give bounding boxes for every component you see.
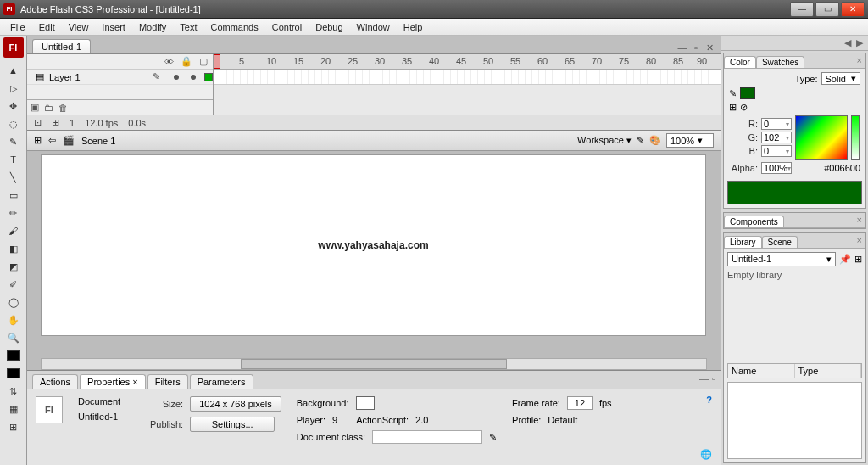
- eyedropper-tool[interactable]: ✐: [4, 276, 23, 293]
- layer-outline-swatch[interactable]: [204, 73, 213, 81]
- scene-label[interactable]: Scene 1: [81, 136, 115, 146]
- zoom-select[interactable]: 100%▾: [666, 133, 714, 148]
- pen-tool[interactable]: ✎: [4, 133, 23, 150]
- tab-scene[interactable]: Scene: [762, 236, 798, 248]
- background-swatch[interactable]: [356, 396, 375, 410]
- maximize-button[interactable]: ▭: [815, 2, 839, 17]
- help-icon[interactable]: ?: [706, 395, 712, 405]
- fill-swatch[interactable]: [740, 87, 755, 99]
- stage-area[interactable]: www.yahyasahaja.com: [27, 151, 721, 370]
- g-input[interactable]: 102▾: [761, 132, 792, 143]
- zoom-tool[interactable]: 🔍: [4, 329, 23, 346]
- panel-close-icon[interactable]: ▫: [712, 373, 715, 384]
- new-library-icon[interactable]: ⊞: [854, 254, 862, 265]
- settings-button[interactable]: Settings...: [190, 417, 275, 432]
- ink-bottle-tool[interactable]: ◧: [4, 240, 23, 257]
- menu-control[interactable]: Control: [265, 20, 309, 34]
- onion-skin-icon[interactable]: ⊡: [34, 117, 42, 128]
- menu-edit[interactable]: Edit: [32, 20, 62, 34]
- eraser-tool[interactable]: ◯: [4, 294, 23, 311]
- tool-options[interactable]: ▦: [4, 401, 23, 417]
- tab-library[interactable]: Library: [724, 236, 762, 248]
- alpha-input[interactable]: 100%▾: [761, 162, 792, 174]
- r-input[interactable]: 0▾: [761, 118, 792, 130]
- size-button[interactable]: 1024 x 768 pixels: [190, 396, 281, 412]
- menu-text[interactable]: Text: [173, 20, 203, 34]
- docclass-input[interactable]: [372, 430, 482, 444]
- text-tool[interactable]: T: [4, 151, 23, 168]
- timeline-ruler[interactable]: 5 10 15 20 25 30 35 40 45 50 55 60 65 70: [214, 54, 721, 70]
- menu-commands[interactable]: Commands: [203, 20, 264, 34]
- layer-visible-dot[interactable]: [174, 75, 179, 80]
- edit-scene-dropdown-icon[interactable]: 🎨: [649, 135, 661, 146]
- delete-layer-icon[interactable]: 🗑: [58, 103, 68, 113]
- panel-menu-icon[interactable]: ×: [857, 55, 862, 65]
- close-button[interactable]: ✕: [841, 2, 865, 17]
- swap-colors-icon[interactable]: ⇅: [4, 383, 23, 400]
- hue-slider[interactable]: [851, 115, 860, 160]
- doc-close-icon[interactable]: ✕: [704, 42, 715, 53]
- frames-row[interactable]: [214, 70, 721, 85]
- edit-symbol-icon[interactable]: ✎: [637, 135, 644, 146]
- menu-modify[interactable]: Modify: [132, 20, 173, 34]
- new-layer-icon[interactable]: ▣: [31, 102, 39, 113]
- menu-view[interactable]: View: [62, 20, 96, 34]
- menu-insert[interactable]: Insert: [95, 20, 132, 34]
- doc-restore-icon[interactable]: ▫: [690, 42, 702, 53]
- edit-frames-icon[interactable]: ⊞: [52, 117, 59, 128]
- minimize-button[interactable]: —: [790, 2, 814, 17]
- brush-tool[interactable]: 🖌: [4, 222, 23, 239]
- edit-class-icon[interactable]: ✎: [489, 432, 497, 443]
- document-tab[interactable]: Untitled-1: [32, 39, 91, 53]
- components-close-icon[interactable]: ×: [857, 215, 862, 225]
- fill-color[interactable]: [4, 365, 23, 382]
- selection-tool[interactable]: ▲: [4, 62, 23, 79]
- hand-tool[interactable]: ✋: [4, 311, 23, 328]
- menu-file[interactable]: File: [3, 20, 32, 34]
- tab-components[interactable]: Components: [724, 216, 784, 227]
- tab-parameters[interactable]: Parameters: [190, 374, 253, 389]
- menu-window[interactable]: Window: [350, 20, 397, 34]
- library-columns[interactable]: Name Type: [727, 363, 862, 378]
- library-doc-select[interactable]: Untitled-1▾: [727, 252, 836, 266]
- library-close-icon[interactable]: ×: [857, 235, 862, 245]
- doc-minimize-icon[interactable]: —: [676, 42, 688, 53]
- tab-actions[interactable]: Actions: [32, 374, 78, 389]
- library-list[interactable]: [727, 382, 862, 460]
- lasso-tool[interactable]: ◌: [4, 115, 23, 132]
- edit-scene-icon[interactable]: ⊞: [34, 135, 42, 146]
- hex-value[interactable]: #006600: [824, 163, 860, 173]
- color-type-select[interactable]: Solid▾: [821, 72, 860, 85]
- color-spectrum[interactable]: [795, 115, 848, 160]
- stroke-color[interactable]: [4, 347, 23, 364]
- tab-color[interactable]: Color: [724, 56, 756, 68]
- rectangle-tool[interactable]: ▭: [4, 187, 23, 204]
- paint-bucket-tool[interactable]: ◩: [4, 258, 23, 275]
- snap-option[interactable]: ⊞: [4, 418, 23, 435]
- panel-expand-icon[interactable]: ▶: [856, 37, 863, 48]
- pencil-tool[interactable]: ✏: [4, 204, 23, 221]
- outline-icon[interactable]: ▢: [199, 56, 208, 67]
- subselection-tool[interactable]: ▷: [4, 80, 23, 97]
- panel-minimize-icon[interactable]: —: [699, 373, 709, 384]
- stage[interactable]: www.yahyasahaja.com: [41, 154, 706, 336]
- lock-icon[interactable]: 🔒: [181, 56, 192, 67]
- menu-debug[interactable]: Debug: [309, 20, 349, 34]
- tab-properties[interactable]: Properties ×: [80, 374, 146, 389]
- world-icon[interactable]: 🌐: [700, 449, 712, 460]
- b-input[interactable]: 0▾: [761, 145, 792, 157]
- new-folder-icon[interactable]: 🗀: [44, 103, 53, 113]
- playhead[interactable]: [214, 54, 220, 69]
- tab-swatches[interactable]: Swatches: [756, 56, 804, 68]
- stroke-picker-icon[interactable]: ✎: [729, 88, 737, 99]
- swap-icon[interactable]: ⊞: [729, 102, 737, 113]
- workspace-dropdown[interactable]: Workspace ▾: [577, 135, 632, 146]
- framerate-input[interactable]: 12: [567, 396, 593, 410]
- horizontal-scrollbar[interactable]: [41, 358, 707, 370]
- show-hide-icon[interactable]: 👁: [164, 57, 174, 67]
- layer-lock-dot[interactable]: [191, 75, 196, 80]
- col-name[interactable]: Name: [728, 364, 795, 378]
- back-icon[interactable]: ⇦: [48, 135, 56, 146]
- no-color-icon[interactable]: ⊘: [740, 102, 748, 113]
- menu-help[interactable]: Help: [397, 20, 430, 34]
